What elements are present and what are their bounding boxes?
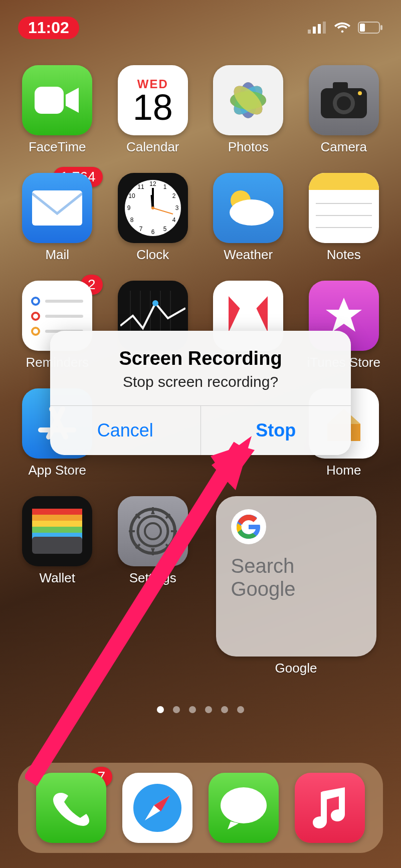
app-label: Home bbox=[326, 463, 361, 478]
app-notes[interactable]: Notes bbox=[305, 173, 383, 263]
svg-point-40 bbox=[230, 199, 274, 226]
app-label: Calendar bbox=[126, 139, 179, 155]
app-facetime[interactable]: FaceTime bbox=[18, 65, 97, 155]
app-mail[interactable]: 1,764 Mail bbox=[18, 173, 97, 263]
app-label: Google bbox=[275, 661, 317, 676]
page-dot[interactable] bbox=[205, 706, 212, 713]
svg-text:12: 12 bbox=[149, 180, 156, 187]
app-calendar[interactable]: WED 18 Calendar bbox=[114, 65, 192, 155]
safari-icon bbox=[122, 773, 192, 843]
app-label: Clock bbox=[136, 247, 169, 263]
home-screen: 11:02 FaceTime WED 18 Calendar bbox=[0, 0, 401, 868]
svg-text:3: 3 bbox=[175, 204, 178, 211]
page-dot[interactable] bbox=[237, 706, 244, 713]
recording-time-pill[interactable]: 11:02 bbox=[18, 17, 79, 39]
status-icons bbox=[308, 22, 383, 34]
svg-point-60 bbox=[145, 523, 161, 539]
google-logo-icon bbox=[231, 509, 266, 544]
camera-icon bbox=[309, 65, 379, 135]
svg-rect-3 bbox=[323, 22, 326, 34]
google-widget[interactable]: Search Google Google bbox=[216, 496, 376, 676]
svg-text:8: 8 bbox=[130, 216, 133, 224]
app-label: Mail bbox=[45, 247, 69, 263]
page-indicator[interactable] bbox=[18, 706, 383, 713]
svg-rect-7 bbox=[35, 87, 64, 114]
clock-icon: 121234567891011 bbox=[118, 173, 188, 243]
app-weather[interactable]: Weather bbox=[209, 173, 288, 263]
weather-icon bbox=[213, 173, 283, 243]
page-dot[interactable] bbox=[221, 706, 228, 713]
app-label: App Store bbox=[28, 463, 86, 478]
svg-point-59 bbox=[138, 516, 168, 546]
app-label: Settings bbox=[129, 570, 176, 586]
svg-rect-55 bbox=[32, 527, 82, 534]
app-photos[interactable]: Photos bbox=[209, 65, 288, 155]
svg-text:5: 5 bbox=[163, 226, 166, 233]
wifi-icon bbox=[334, 22, 351, 34]
app-clock[interactable]: 121234567891011 Clock bbox=[114, 173, 192, 263]
svg-line-36 bbox=[152, 195, 153, 208]
photos-icon bbox=[213, 65, 283, 135]
screen-recording-alert: Screen Recording Stop screen recording? … bbox=[50, 331, 351, 455]
svg-rect-5 bbox=[360, 24, 365, 32]
notes-icon bbox=[309, 173, 379, 243]
dock: 7 bbox=[18, 763, 383, 853]
cellular-icon bbox=[308, 22, 327, 34]
app-label: Camera bbox=[321, 139, 367, 155]
app-label: Wallet bbox=[40, 570, 75, 586]
facetime-icon bbox=[22, 65, 92, 135]
settings-icon bbox=[118, 496, 188, 566]
app-label: Weather bbox=[224, 247, 273, 263]
messages-icon bbox=[209, 773, 279, 843]
svg-rect-0 bbox=[308, 30, 311, 34]
svg-rect-1 bbox=[313, 27, 316, 34]
app-safari[interactable] bbox=[122, 773, 192, 843]
page-dot[interactable] bbox=[157, 706, 164, 713]
svg-text:6: 6 bbox=[151, 229, 154, 236]
app-phone[interactable]: 7 bbox=[36, 773, 106, 843]
google-search-placeholder: Search Google bbox=[231, 554, 361, 600]
calendar-icon: WED 18 bbox=[118, 65, 188, 135]
music-icon bbox=[295, 773, 365, 843]
phone-icon bbox=[36, 773, 106, 843]
svg-text:9: 9 bbox=[127, 204, 130, 211]
svg-rect-53 bbox=[32, 515, 82, 522]
svg-text:10: 10 bbox=[128, 192, 135, 199]
alert-title: Screen Recording bbox=[65, 348, 336, 369]
app-settings[interactable]: Settings bbox=[114, 496, 192, 676]
svg-rect-57 bbox=[32, 537, 82, 554]
wallet-icon bbox=[22, 496, 92, 566]
svg-point-71 bbox=[221, 787, 267, 823]
app-camera[interactable]: Camera bbox=[305, 65, 383, 155]
svg-point-38 bbox=[151, 206, 154, 209]
svg-point-20 bbox=[358, 91, 362, 95]
svg-rect-17 bbox=[333, 82, 348, 90]
app-label: Photos bbox=[228, 139, 269, 155]
app-music[interactable] bbox=[295, 773, 365, 843]
mail-icon bbox=[22, 173, 92, 243]
svg-rect-2 bbox=[318, 24, 321, 34]
svg-text:11: 11 bbox=[137, 183, 144, 190]
svg-rect-21 bbox=[32, 190, 82, 226]
svg-rect-54 bbox=[32, 521, 82, 528]
svg-point-19 bbox=[337, 96, 351, 110]
svg-text:2: 2 bbox=[172, 192, 175, 199]
calendar-date: 18 bbox=[133, 91, 173, 124]
svg-text:4: 4 bbox=[172, 216, 175, 224]
battery-icon bbox=[358, 22, 383, 34]
svg-text:1: 1 bbox=[163, 183, 166, 190]
svg-rect-6 bbox=[380, 25, 382, 30]
app-label: Notes bbox=[327, 247, 361, 263]
svg-text:7: 7 bbox=[139, 226, 142, 233]
svg-rect-52 bbox=[32, 509, 82, 516]
app-label: FaceTime bbox=[29, 139, 86, 155]
app-wallet[interactable]: Wallet bbox=[18, 496, 97, 676]
app-messages[interactable] bbox=[209, 773, 279, 843]
alert-message: Stop screen recording? bbox=[65, 373, 336, 390]
cancel-button[interactable]: Cancel bbox=[50, 406, 200, 455]
stop-button[interactable]: Stop bbox=[200, 406, 351, 455]
page-dot[interactable] bbox=[173, 706, 180, 713]
page-dot[interactable] bbox=[189, 706, 196, 713]
svg-point-46 bbox=[152, 300, 158, 306]
status-bar: 11:02 bbox=[18, 15, 383, 40]
